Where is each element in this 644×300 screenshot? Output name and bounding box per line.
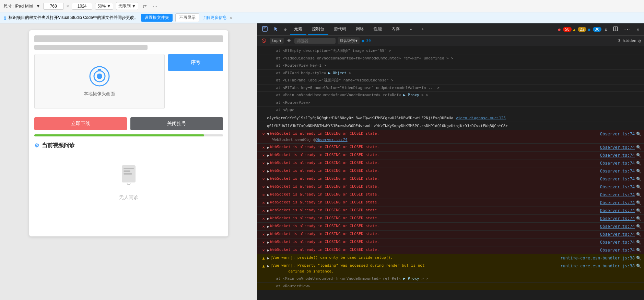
search-icon-12[interactable]: 🔍 (636, 223, 641, 230)
search-icon-10[interactable]: 🔍 (636, 208, 641, 214)
app-preview-panel: 本地摄像头画面 序号 立即下线 关闭挂号 ⚙ 当前视频问诊 (0, 23, 257, 300)
expand-arrow-7[interactable]: ▶ (267, 184, 269, 190)
size-label: 尺寸: iPad Mini (3, 3, 33, 9)
search-icon-13[interactable]: 🔍 (636, 231, 641, 237)
notification-close[interactable]: × (230, 15, 232, 21)
expand-arrow-12[interactable]: ▶ (267, 223, 269, 230)
width-input[interactable] (43, 3, 64, 10)
observer-link-1[interactable]: Observer.ts:74 (316, 137, 348, 143)
search-icon-4[interactable]: 🔍 (636, 160, 641, 166)
offline-button[interactable]: 立即下线 (34, 117, 127, 130)
search-icon-w1[interactable]: 🔍 (636, 255, 641, 261)
source-observer-13[interactable]: Observer.ts:74 (597, 231, 635, 237)
clear-console-btn[interactable]: 🚫 (260, 38, 268, 44)
error-icon-11: ✕ (262, 215, 265, 222)
tab-elements[interactable]: 元素 (290, 24, 306, 35)
tab-sources[interactable]: 源代码 (330, 24, 350, 35)
cursor-icon[interactable] (271, 25, 281, 34)
source-runtime-2[interactable]: runtime-core.esm-bundler.js:38 (558, 263, 635, 269)
warn-expand-2[interactable]: ▶ (267, 263, 269, 269)
hangup-button[interactable]: 关闭挂号 (130, 117, 223, 130)
search-icon-5[interactable]: 🔍 (636, 168, 641, 174)
stack-line-2: at <VideoDiagnose onVnodeUnmounted=fn<on… (257, 55, 644, 63)
source-observer-7[interactable]: Observer.ts:74 (597, 184, 635, 190)
ban-icon[interactable]: ⊘ (282, 26, 289, 33)
source-observer-10[interactable]: Observer.ts:74 (597, 208, 635, 214)
source-observer-6[interactable]: Observer.ts:74 (597, 176, 635, 182)
expand-arrow-14[interactable]: ▶ (267, 239, 269, 245)
source-observer-8[interactable]: Observer.ts:74 (597, 192, 635, 198)
size-dropdown-arrow[interactable]: ▼ (36, 3, 40, 9)
notification-bar: ℹ 标识项目的根文件夹以打开Visual Studio Code中的源文件并同步… (0, 12, 644, 23)
level-dropdown[interactable]: 默认级别 ▼ (338, 37, 360, 44)
rotate-icon[interactable]: ⇄ (141, 3, 149, 10)
search-icon-2[interactable]: 🔍 (636, 144, 641, 151)
seqno-button[interactable]: 序号 (168, 54, 223, 71)
search-icon-7[interactable]: 🔍 (636, 184, 641, 190)
devtools-settings-icon[interactable]: ⚙ (603, 26, 609, 33)
expand-arrow-1[interactable]: ▼ (267, 131, 269, 137)
learn-more-link[interactable]: 了解更多信息 (202, 15, 227, 21)
console-settings-btn[interactable]: ⚙ (639, 38, 641, 44)
tab-performance[interactable]: 性能 (370, 24, 386, 35)
expand-arrow-5[interactable]: ▶ (267, 168, 269, 174)
expand-arrow-15[interactable]: ▶ (267, 247, 269, 253)
search-icon-8[interactable]: 🔍 (636, 192, 641, 198)
error-text-9: WebSocket is already in CLOSING or CLOSE… (270, 200, 379, 205)
more-icon[interactable]: ··· (151, 3, 159, 10)
expand-arrow-13[interactable]: ▶ (267, 231, 269, 237)
empty-state: 无人问诊 (34, 153, 223, 211)
height-input[interactable] (72, 3, 92, 10)
error-icon-8: ✕ (262, 192, 265, 198)
source-observer-3[interactable]: Observer.ts:74 (597, 152, 635, 158)
source-observer-2[interactable]: Observer.ts:74 (597, 144, 635, 151)
source-observer-11[interactable]: Observer.ts:74 (597, 215, 635, 222)
setup-root-button[interactable]: 设置根文件夹 (141, 14, 173, 22)
expand-arrow-3[interactable]: ▶ (267, 152, 269, 158)
warn-gutter-2: ▲ (260, 263, 267, 269)
warn-expand-1[interactable]: ▶ (267, 255, 269, 261)
limit-dropdown[interactable]: 无限制 ▼ (116, 2, 138, 10)
source-observer-12[interactable]: Observer.ts:74 (597, 223, 635, 230)
no-show-button[interactable]: 不再显示 (175, 13, 199, 22)
tab-more[interactable]: » (405, 25, 416, 34)
source-observer-1[interactable]: Observer.ts:74 (597, 131, 635, 137)
devtools-more-icon[interactable]: ··· (622, 26, 633, 33)
error-gutter-15: ✕ (260, 247, 267, 253)
zoom-dropdown[interactable]: 50% ▼ (95, 3, 113, 10)
search-icon-1[interactable]: 🔍 (636, 131, 641, 137)
search-icon-15[interactable]: 🔍 (636, 247, 641, 253)
filter-input[interactable] (294, 38, 336, 44)
search-icon-3[interactable]: 🔍 (636, 152, 641, 158)
source-observer-4[interactable]: Observer.ts:74 (597, 160, 635, 166)
expand-arrow-2[interactable]: ▶ (267, 144, 269, 151)
source-link-long[interactable]: video_diagnose.vue:125 (456, 116, 506, 120)
tab-network[interactable]: 网络 (352, 24, 368, 35)
source-observer-5[interactable]: Observer.ts:74 (597, 168, 635, 174)
source-observer-9[interactable]: Observer.ts:74 (597, 200, 635, 206)
inspect-icon[interactable] (260, 25, 270, 34)
warn-text-1: [Vue warn]: provide() can only be used i… (270, 255, 393, 261)
search-icon-11[interactable]: 🔍 (636, 215, 641, 222)
expand-arrow-11[interactable]: ▶ (267, 215, 269, 222)
devtools-close-icon[interactable]: × (635, 26, 641, 33)
expand-arrow-8[interactable]: ▶ (267, 192, 269, 198)
top-dropdown[interactable]: top ▼ (270, 38, 284, 44)
search-icon-9[interactable]: 🔍 (636, 200, 641, 206)
expand-arrow-4[interactable]: ▶ (267, 160, 269, 166)
eye-icon[interactable]: 👁 (286, 38, 292, 44)
expand-arrow-6[interactable]: ▶ (267, 176, 269, 182)
source-observer-14[interactable]: Observer.ts:74 (597, 239, 635, 245)
warn-icon-2: ▲ (262, 263, 265, 269)
devtools-dock-icon[interactable] (611, 25, 620, 34)
search-icon-w2[interactable]: 🔍 (636, 263, 641, 269)
search-icon-6[interactable]: 🔍 (636, 176, 641, 182)
expand-arrow-9[interactable]: ▶ (267, 200, 269, 206)
tab-add[interactable]: + (417, 25, 428, 34)
expand-arrow-10[interactable]: ▶ (267, 208, 269, 214)
tab-memory[interactable]: 内存 (387, 24, 404, 35)
tab-console[interactable]: 控制台 (308, 24, 328, 35)
search-icon-14[interactable]: 🔍 (636, 239, 641, 245)
source-observer-15[interactable]: Observer.ts:74 (597, 247, 635, 253)
source-runtime-1[interactable]: runtime-core.esm-bundler.js:38 (558, 255, 635, 261)
